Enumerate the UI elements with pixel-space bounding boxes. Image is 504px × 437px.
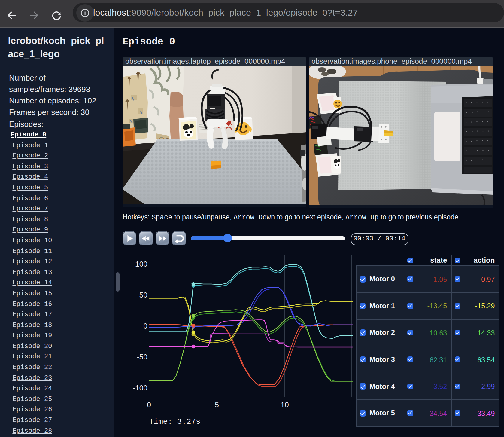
svg-text:100: 100 <box>135 260 147 268</box>
svg-text:-100: -100 <box>133 384 147 392</box>
svg-text:0: 0 <box>147 401 151 409</box>
svg-text:0: 0 <box>143 322 147 330</box>
svg-text:-50: -50 <box>137 353 147 361</box>
svg-text:5: 5 <box>215 401 219 409</box>
svg-text:10: 10 <box>281 401 289 409</box>
svg-text:50: 50 <box>139 291 147 299</box>
